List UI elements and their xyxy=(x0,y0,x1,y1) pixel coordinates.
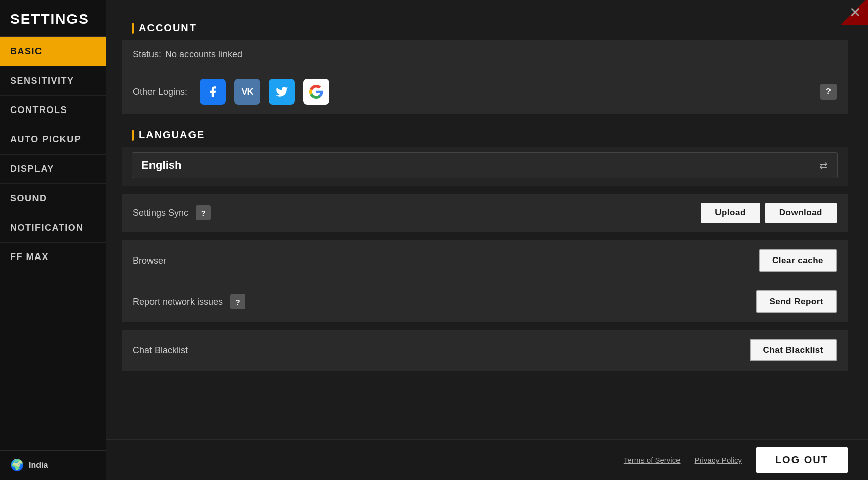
region-label: India xyxy=(29,461,48,470)
logins-label: Other Logins: xyxy=(133,87,187,97)
privacy-policy-link[interactable]: Privacy Policy xyxy=(695,456,742,464)
account-section-header: ACCOUNT xyxy=(122,15,848,40)
close-button[interactable]: ✕ xyxy=(849,4,861,21)
sync-row: Settings Sync ? Upload Download xyxy=(122,194,848,232)
clear-cache-button[interactable]: Clear cache xyxy=(759,249,837,272)
google-login-button[interactable] xyxy=(303,79,329,105)
status-row: Status: No accounts linked xyxy=(122,40,848,69)
content-area: ACCOUNT Status: No accounts linked Other… xyxy=(106,0,868,394)
sidebar-item-controls[interactable]: CONTROLS xyxy=(0,96,106,125)
settings-sync-section: Settings Sync ? Upload Download xyxy=(122,194,848,232)
main-content: ✕ ACCOUNT Status: No accounts linked Oth… xyxy=(106,0,868,480)
section-bar xyxy=(132,23,134,34)
sidebar-item-basic[interactable]: BASIC xyxy=(0,37,106,66)
sidebar: SETTINGS BASIC SENSITIVITY CONTROLS AUTO… xyxy=(0,0,106,480)
status-label: Status: xyxy=(133,49,161,60)
footer-bar: Terms of Service Privacy Policy LOG OUT xyxy=(106,439,868,480)
language-section-header: LANGUAGE xyxy=(122,122,848,147)
report-label: Report network issues xyxy=(133,297,223,307)
sidebar-item-sensitivity[interactable]: SENSITIVITY xyxy=(0,66,106,96)
logins-row: Other Logins: VK xyxy=(122,69,848,114)
swap-icon: ⇄ xyxy=(819,159,828,171)
browser-label: Browser xyxy=(133,255,166,266)
sidebar-footer: 🌍 India xyxy=(0,450,106,480)
sidebar-item-display[interactable]: DISPLAY xyxy=(0,155,106,184)
terms-of-service-link[interactable]: Terms of Service xyxy=(624,456,681,464)
blacklist-section: Chat Blacklist Chat Blacklist xyxy=(122,330,848,371)
logout-button[interactable]: LOG OUT xyxy=(756,447,848,473)
download-button[interactable]: Download xyxy=(765,203,837,223)
language-section: LANGUAGE English ⇄ xyxy=(122,122,848,186)
language-section-title: LANGUAGE xyxy=(139,129,205,141)
facebook-login-button[interactable] xyxy=(200,79,226,105)
sidebar-item-auto-pickup[interactable]: AUTO PICKUP xyxy=(0,125,106,155)
sync-label: Settings Sync xyxy=(133,208,188,218)
language-value: English xyxy=(141,159,181,172)
language-dropdown[interactable]: English ⇄ xyxy=(132,152,838,178)
report-row: Report network issues ? Send Report xyxy=(122,281,848,322)
status-value: No accounts linked xyxy=(165,49,242,60)
send-report-button[interactable]: Send Report xyxy=(756,290,837,313)
twitter-login-button[interactable] xyxy=(269,79,295,105)
section-bar-lang xyxy=(132,130,134,141)
account-section-title: ACCOUNT xyxy=(139,22,197,34)
chat-blacklist-button[interactable]: Chat Blacklist xyxy=(750,339,837,361)
blacklist-row: Chat Blacklist Chat Blacklist xyxy=(122,330,848,371)
account-help-icon[interactable]: ? xyxy=(820,84,837,100)
vk-login-button[interactable]: VK xyxy=(234,79,260,105)
upload-button[interactable]: Upload xyxy=(701,203,760,223)
browser-row: Browser Clear cache xyxy=(122,240,848,281)
sidebar-item-sound[interactable]: SOUND xyxy=(0,184,106,213)
app-title: SETTINGS xyxy=(0,0,106,37)
globe-icon: 🌍 xyxy=(10,459,24,472)
sidebar-item-ff-max[interactable]: FF MAX xyxy=(0,243,106,272)
sync-help-icon[interactable]: ? xyxy=(196,205,211,220)
sync-buttons: Upload Download xyxy=(701,203,837,223)
misc-section: Browser Clear cache Report network issue… xyxy=(122,240,848,322)
account-section: ACCOUNT Status: No accounts linked Other… xyxy=(122,15,848,114)
report-help-icon[interactable]: ? xyxy=(230,294,245,309)
sidebar-nav: BASIC SENSITIVITY CONTROLS AUTO PICKUP D… xyxy=(0,37,106,450)
sidebar-item-notification[interactable]: NOTIFICATION xyxy=(0,213,106,243)
blacklist-label: Chat Blacklist xyxy=(133,345,188,356)
